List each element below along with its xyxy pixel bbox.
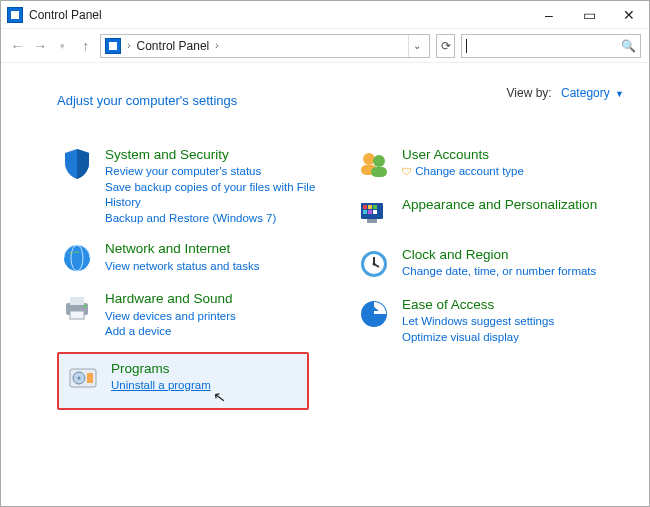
minimize-button[interactable]: – [529, 1, 569, 29]
appearance-icon [356, 196, 392, 232]
search-input[interactable] [467, 39, 617, 53]
maximize-button[interactable]: ▭ [569, 1, 609, 29]
svg-rect-21 [367, 219, 377, 223]
globe-icon [59, 240, 95, 276]
control-panel-icon [7, 7, 23, 23]
svg-point-11 [373, 155, 385, 167]
backup-restore-link[interactable]: Backup and Restore (Windows 7) [105, 211, 332, 227]
hardware-link[interactable]: Hardware and Sound [105, 290, 236, 308]
window-title: Control Panel [29, 8, 102, 22]
svg-rect-19 [368, 210, 372, 214]
clock-icon [356, 246, 392, 282]
svg-point-8 [78, 376, 81, 379]
breadcrumb-root[interactable]: Control Panel [137, 39, 210, 53]
programs-icon [65, 360, 101, 396]
appearance-item: Appearance and Personalization [354, 194, 631, 234]
svg-rect-16 [368, 205, 372, 209]
clock-region-item: Clock and Region Change date, time, or n… [354, 244, 631, 284]
file-history-link[interactable]: Save backup copies of your files with Fi… [105, 180, 332, 211]
chevron-icon: › [213, 40, 220, 51]
title-bar: Control Panel – ▭ ✕ [1, 1, 649, 29]
uninstall-program-link[interactable]: Uninstall a program [111, 378, 211, 394]
svg-rect-13 [371, 167, 387, 177]
user-accounts-link[interactable]: User Accounts [402, 146, 524, 164]
network-status-link[interactable]: View network status and tasks [105, 259, 259, 275]
ease-of-access-item: Ease of Access Let Windows suggest setti… [354, 294, 631, 347]
change-account-type-link[interactable]: 🛡 Change account type [402, 164, 524, 180]
up-button[interactable]: ↑ [77, 35, 94, 57]
svg-point-10 [363, 153, 375, 165]
change-formats-link[interactable]: Change date, time, or number formats [402, 264, 596, 280]
suggest-settings-link[interactable]: Let Windows suggest settings [402, 314, 554, 330]
view-by-selector[interactable]: View by: Category ▼ [507, 86, 624, 100]
svg-rect-17 [373, 205, 377, 209]
appearance-link[interactable]: Appearance and Personalization [402, 196, 597, 214]
chevron-down-icon: ▼ [615, 89, 624, 99]
review-status-link[interactable]: Review your computer's status [105, 164, 332, 180]
svg-rect-9 [87, 373, 93, 383]
category-columns: System and Security Review your computer… [1, 144, 649, 410]
hardware-item: Hardware and Sound View devices and prin… [57, 288, 334, 341]
ease-of-access-link[interactable]: Ease of Access [402, 296, 554, 314]
svg-rect-3 [70, 297, 84, 305]
shield-icon [59, 146, 95, 182]
system-security-item: System and Security Review your computer… [57, 144, 334, 228]
svg-rect-15 [363, 205, 367, 209]
refresh-button[interactable]: ⟳ [436, 34, 455, 58]
window-controls: – ▭ ✕ [529, 1, 649, 29]
network-link[interactable]: Network and Internet [105, 240, 259, 258]
svg-point-5 [84, 305, 87, 308]
devices-printers-link[interactable]: View devices and printers [105, 309, 236, 325]
right-column: User Accounts 🛡 Change account type Appe… [354, 144, 631, 410]
system-security-link[interactable]: System and Security [105, 146, 332, 164]
address-dropdown[interactable]: ⌄ [408, 35, 425, 57]
search-box[interactable]: 🔍 [461, 34, 641, 58]
programs-link[interactable]: Programs [111, 360, 211, 378]
clock-region-link[interactable]: Clock and Region [402, 246, 596, 264]
programs-item: Programs Uninstall a program [63, 358, 303, 398]
add-device-link[interactable]: Add a device [105, 324, 236, 340]
svg-rect-4 [70, 311, 84, 319]
control-panel-addr-icon [105, 38, 121, 54]
programs-highlight: Programs Uninstall a program ↖ [57, 352, 309, 410]
shield-badge-icon: 🛡 [402, 166, 412, 177]
svg-point-26 [373, 263, 376, 266]
svg-rect-18 [363, 210, 367, 214]
recent-dropdown[interactable]: ▾ [55, 35, 72, 57]
chevron-icon: › [125, 40, 132, 51]
change-account-label: Change account type [415, 165, 524, 177]
left-column: System and Security Review your computer… [57, 144, 334, 410]
back-button[interactable]: ← [9, 35, 26, 57]
view-by-value[interactable]: Category [561, 86, 610, 100]
user-accounts-item: User Accounts 🛡 Change account type [354, 144, 631, 184]
close-button[interactable]: ✕ [609, 1, 649, 29]
address-bar[interactable]: › Control Panel › ⌄ [100, 34, 430, 58]
view-by-label: View by: [507, 86, 552, 100]
optimize-display-link[interactable]: Optimize visual display [402, 330, 554, 346]
forward-button[interactable]: → [32, 35, 49, 57]
search-icon: 🔍 [617, 39, 636, 53]
users-icon [356, 146, 392, 182]
ease-of-access-icon [356, 296, 392, 332]
printer-icon [59, 290, 95, 326]
navigation-row: ← → ▾ ↑ › Control Panel › ⌄ ⟳ 🔍 [1, 29, 649, 63]
network-item: Network and Internet View network status… [57, 238, 334, 278]
svg-rect-20 [373, 210, 377, 214]
